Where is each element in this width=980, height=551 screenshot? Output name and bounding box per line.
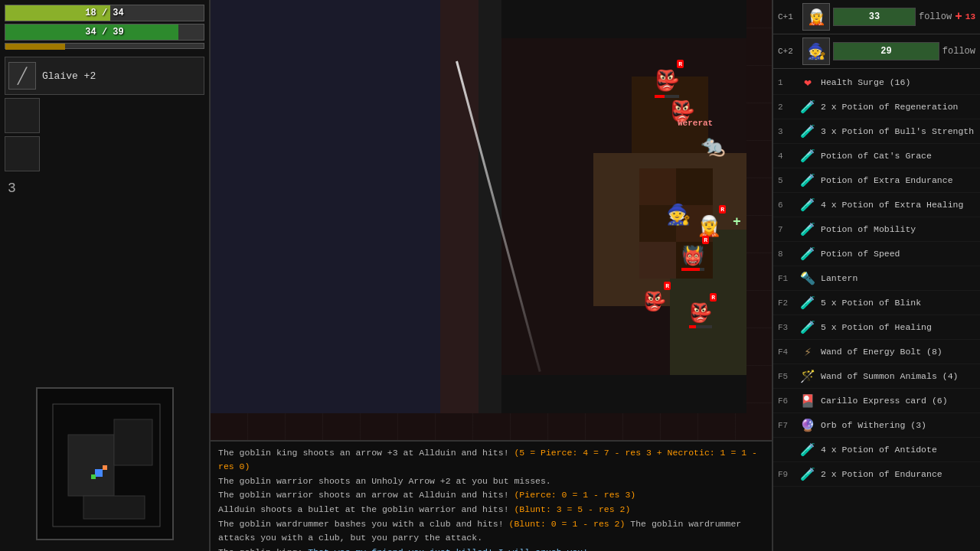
item-icon-10: 🧪 — [799, 295, 816, 311]
sprite-goblin-3-icon: 👹 — [681, 246, 704, 267]
companion-sprite-2: 🧙 — [807, 42, 826, 61]
item-key-10: F2 — [778, 298, 799, 308]
item-row-3[interactable]: 3 🧪 3 x Potion of Bull's Strength — [773, 119, 980, 144]
log-line-4-text: Allduin shoots a bullet at the goblin wa… — [218, 504, 514, 514]
svg-rect-4 — [95, 469, 103, 477]
item-row-14[interactable]: F6 🎴 Carillo Express card (6) — [773, 389, 980, 413]
sprite-wererat-icon: 🐀 — [701, 135, 725, 158]
sprite-companion: 🧝 R — [697, 214, 721, 239]
item-row-11[interactable]: F3 🧪 5 x Potion of Healing — [773, 315, 980, 340]
companion-key-2: C+2 — [778, 47, 799, 56]
companion-plus-1: + — [955, 10, 962, 24]
svg-rect-3 — [83, 496, 145, 519]
item-row-2[interactable]: 2 🧪 2 x Potion of Regeneration — [773, 95, 980, 119]
level-indicator: 3 — [8, 181, 204, 196]
log-line-3: The goblin warrior shoots an arrow at Al… — [218, 488, 764, 502]
item-row-8[interactable]: 8 🧪 Potion of Speed — [773, 242, 980, 266]
item-key-8: 8 — [778, 249, 799, 259]
companion-follow-1[interactable]: follow — [919, 11, 952, 22]
companion-count-1: 13 — [965, 12, 975, 21]
companion-hp-bar-2: 29 — [833, 42, 939, 60]
item-name-12: Wand of Energy Bolt (8) — [821, 347, 975, 357]
item-icon-17: 🧪 — [799, 466, 816, 483]
item-row-6[interactable]: 6 🧪 4 x Potion of Extra Healing — [773, 193, 980, 217]
item-icon-14: 🎴 — [799, 393, 816, 409]
log-line-3-text: The goblin warrior shoots an arrow at Al… — [218, 490, 514, 500]
item-row-10[interactable]: F2 🧪 5 x Potion of Blink — [773, 291, 980, 315]
item-icon-4: 🧪 — [799, 148, 816, 165]
item-row-17[interactable]: F9 🧪 2 x Potion of Endurance — [773, 462, 980, 487]
item-row-9[interactable]: F1 🔦 Lantern — [773, 266, 980, 291]
item-name-11: 5 x Potion of Healing — [821, 322, 975, 332]
item-row-13[interactable]: F5 🪄 Wand of Summon Animals (4) — [773, 364, 980, 389]
companion-bar-1: C+1 🧝 33 follow + 13 — [773, 0, 980, 34]
item-slot-1[interactable] — [5, 98, 40, 133]
item-slot-2[interactable] — [5, 136, 40, 171]
item-name-1: Health Surge (16) — [821, 77, 975, 87]
item-key-9: F1 — [778, 274, 799, 283]
item-name-16: 4 x Potion of Antidote — [821, 445, 975, 455]
item-key-4: 4 — [778, 152, 799, 161]
item-row-1[interactable]: 1 ❤ Health Surge (16) — [773, 70, 980, 95]
log-line-6-dialog: That was my friend you just killed! I wi… — [308, 547, 588, 551]
svg-rect-20 — [479, 375, 746, 413]
item-name-5: Potion of Extra Endurance — [821, 175, 975, 185]
item-icon-6: 🧪 — [799, 197, 816, 214]
svg-rect-8 — [440, 0, 479, 413]
item-icon-12: ⚡ — [799, 344, 816, 360]
svg-rect-7 — [211, 0, 440, 413]
item-row-4[interactable]: 4 🧪 Potion of Cat's Grace — [773, 144, 980, 168]
log-line-6: The goblin king: That was my friend you … — [218, 546, 764, 551]
log-line-2-text: The goblin warrior shoots an Unholy Arro… — [218, 476, 551, 486]
item-key-5: 5 — [778, 176, 799, 185]
item-key-3: 3 — [778, 127, 799, 136]
item-key-2: 2 — [778, 103, 799, 112]
log-line-1: The goblin king shoots an arrow +3 at Al… — [218, 446, 764, 474]
svg-rect-2 — [114, 419, 152, 465]
left-panel: 18 / 34 34 / 39 ╱ Glaive +2 3 — [0, 0, 211, 551]
log-line-4-highlight: (Blunt: 3 = 5 - res 2) — [514, 504, 630, 514]
item-name-8: Potion of Speed — [821, 249, 975, 259]
companion-key-1: C+1 — [778, 12, 799, 21]
right-panel: C+1 🧝 33 follow + 13 C+2 🧙 29 follow 1 ❤… — [773, 0, 980, 551]
item-key-12: F4 — [778, 347, 799, 357]
item-name-14: Carillo Express card (6) — [821, 396, 975, 406]
log-line-4: Allduin shoots a bullet at the goblin wa… — [218, 503, 764, 517]
hit-indicator: + — [733, 214, 741, 230]
item-key-17: F9 — [778, 470, 799, 479]
item-key-1: 1 — [778, 78, 799, 87]
sprite-goblin-5-icon: 👺 — [689, 304, 712, 324]
hp-bar: 18 / 34 — [5, 5, 204, 21]
game-viewport: Wererat 👺 R 👺 🐀 🧙 🧝 R — [211, 0, 772, 440]
svg-rect-17 — [639, 242, 676, 279]
svg-rect-6 — [91, 474, 96, 479]
sprite-goblin-3: 👹 R — [681, 245, 704, 271]
weapon-slot[interactable]: ╱ Glaive +2 — [5, 57, 204, 95]
sprite-goblin-4: 👺 R — [643, 291, 666, 313]
item-name-7: Potion of Mobility — [821, 224, 975, 234]
item-icon-3: 🧪 — [799, 123, 816, 140]
sprite-companion-icon: 🧝 — [697, 216, 721, 239]
log-line-3-highlight: (Pierce: 0 = 1 - res 3) — [514, 490, 635, 500]
sprite-wererat: 🐀 — [701, 134, 725, 158]
mp-bar: 34 / 39 — [5, 24, 204, 41]
item-name-3: 3 x Potion of Bull's Strength — [821, 126, 975, 136]
log-line-6-text: The goblin king: — [218, 547, 308, 551]
item-row-16[interactable]: 🧪 4 x Potion of Antidote — [773, 438, 980, 462]
item-row-5[interactable]: 5 🧪 Potion of Extra Endurance — [773, 168, 980, 193]
item-row-12[interactable]: F4 ⚡ Wand of Energy Bolt (8) — [773, 340, 980, 364]
item-row-7[interactable]: 7 🧪 Potion of Mobility — [773, 217, 980, 242]
item-icon-5: 🧪 — [799, 172, 816, 189]
weapon-name: Glaive +2 — [42, 70, 96, 82]
r-badge-4: R — [664, 282, 671, 290]
item-name-9: Lantern — [821, 273, 975, 283]
companion-follow-2[interactable]: follow — [942, 46, 975, 57]
item-key-15: F7 — [778, 421, 799, 430]
item-row-15[interactable]: F7 🔮 Orb of Withering (3) — [773, 413, 980, 438]
item-key-11: F3 — [778, 323, 799, 332]
weapon-icon: ╱ — [8, 62, 36, 90]
hp-fill-5 — [689, 325, 696, 328]
svg-rect-14 — [676, 168, 713, 205]
svg-rect-13 — [639, 168, 676, 205]
sprite-goblin-1: 👺 R — [655, 69, 679, 98]
